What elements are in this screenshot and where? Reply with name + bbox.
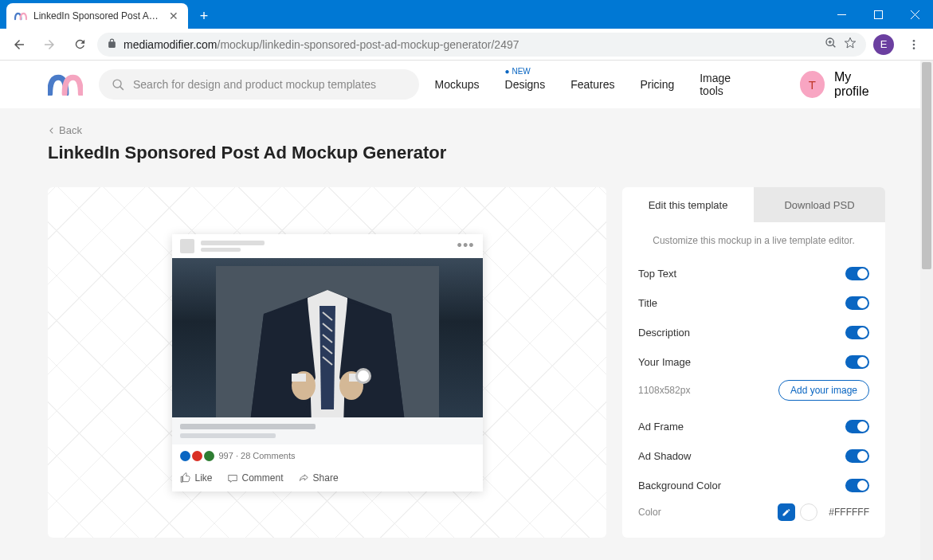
preview-canvas: ••• [48, 187, 606, 538]
color-hex: #FFFFFF [829, 507, 869, 518]
svg-rect-1 [874, 10, 882, 18]
field-title: Title [638, 297, 657, 309]
svg-line-12 [120, 86, 123, 89]
tab-edit-template[interactable]: Edit this template [622, 187, 754, 222]
field-ad-shadow: Ad Shadow [638, 450, 692, 462]
profile-avatar[interactable]: E [871, 32, 896, 57]
nav-pricing[interactable]: Pricing [640, 78, 674, 91]
svg-point-9 [913, 43, 915, 45]
back-link[interactable]: Back [48, 124, 885, 136]
new-tab-button[interactable]: + [193, 5, 215, 27]
scrollbar[interactable] [920, 61, 933, 560]
color-picker-button[interactable] [778, 503, 795, 521]
more-icon: ••• [457, 237, 475, 254]
field-top-text: Top Text [638, 268, 676, 280]
svg-line-5 [833, 45, 835, 47]
nav-designs[interactable]: NEWDesigns [505, 78, 546, 91]
linkedin-mockup: ••• [172, 234, 483, 491]
lock-icon [107, 38, 117, 51]
toggle-ad-shadow[interactable] [845, 449, 869, 463]
svg-point-11 [113, 80, 121, 88]
add-image-button[interactable]: Add your image [778, 380, 869, 401]
editor-panel: Edit this template Download PSD Customiz… [622, 187, 885, 538]
url-text: mediamodifier.com/mockup/linkedin-sponso… [123, 38, 818, 51]
favicon [14, 10, 27, 22]
bookmark-icon[interactable] [844, 37, 857, 52]
svg-point-25 [358, 370, 369, 382]
zoom-icon[interactable] [825, 37, 837, 52]
search-icon [112, 78, 125, 92]
mockup-avatar-placeholder [180, 239, 194, 253]
chevron-left-icon [48, 127, 56, 135]
search-placeholder: Search for design and product mockup tem… [133, 78, 376, 91]
image-size: 1108x582px [638, 385, 690, 396]
profile-label: My profile [834, 70, 885, 99]
comment-action: Comment [227, 472, 284, 484]
toggle-description[interactable] [845, 326, 869, 339]
address-bar[interactable]: mediamodifier.com/mockup/linkedin-sponso… [97, 33, 866, 57]
nav-image-tools[interactable]: Image tools [700, 72, 753, 97]
page-title: LinkedIn Sponsored Post Ad Mockup Genera… [48, 143, 885, 163]
toggle-title[interactable] [845, 296, 869, 310]
close-window-button[interactable] [896, 0, 933, 29]
field-your-image: Your Image [638, 356, 691, 368]
scrollbar-thumb[interactable] [922, 62, 931, 269]
nav-features[interactable]: Features [570, 78, 614, 91]
site-logo[interactable] [48, 73, 83, 96]
reload-button[interactable] [67, 32, 92, 57]
browser-tab[interactable]: LinkedIn Sponsored Post Ad Moc ✕ [6, 3, 188, 29]
mockup-stats: 997 · 28 Comments [219, 451, 296, 460]
svg-point-8 [913, 40, 915, 42]
mockup-image [172, 258, 483, 417]
field-bg-color: Background Color [638, 480, 721, 491]
back-button[interactable] [6, 32, 32, 57]
nav-mockups[interactable]: Mockups [435, 78, 480, 91]
toggle-top-text[interactable] [845, 267, 869, 280]
menu-icon[interactable] [901, 32, 927, 57]
search-input[interactable]: Search for design and product mockup tem… [99, 69, 419, 100]
panel-description: Customize this mockup in a live template… [622, 222, 885, 259]
field-description: Description [638, 327, 690, 339]
like-action: Like [180, 472, 213, 484]
share-action: Share [298, 472, 339, 484]
forward-button [37, 32, 62, 57]
my-profile[interactable]: T My profile [800, 70, 885, 99]
tab-download-psd[interactable]: Download PSD [754, 187, 885, 222]
color-swatch-white[interactable] [800, 503, 817, 521]
svg-rect-22 [292, 374, 306, 382]
color-label: Color [638, 507, 661, 518]
maximize-button[interactable] [860, 0, 896, 29]
minimize-button[interactable] [823, 0, 860, 29]
tab-title: LinkedIn Sponsored Post Ad Moc [33, 10, 161, 22]
toggle-ad-frame[interactable] [845, 420, 869, 433]
svg-point-10 [913, 47, 915, 49]
tab-close-icon[interactable]: ✕ [167, 10, 180, 22]
profile-avatar-t: T [800, 71, 825, 98]
toggle-bg-color[interactable] [845, 479, 869, 492]
toggle-your-image[interactable] [845, 355, 869, 369]
field-ad-frame: Ad Frame [638, 421, 684, 433]
